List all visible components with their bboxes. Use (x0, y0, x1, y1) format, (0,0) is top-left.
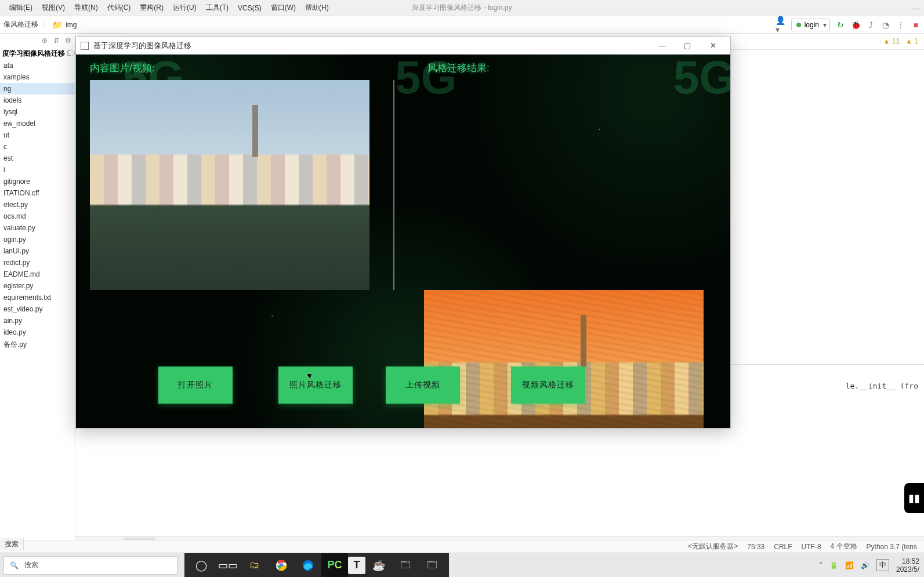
menu-tools[interactable]: 工具(T) (201, 1, 233, 15)
content-image-label: 内容图片/视频: (90, 61, 154, 75)
run-config-label: login (805, 21, 819, 29)
tray-wifi-icon[interactable]: 📶 (845, 561, 854, 569)
photo-style-transfer-button[interactable]: 照片风格迁移 (278, 366, 353, 404)
app-window-icon-2[interactable]: 🗔 (419, 553, 445, 578)
tree-item[interactable]: gitignore (0, 176, 75, 187)
tree-expand-icon[interactable]: ⇵ (53, 37, 59, 45)
tree-item[interactable]: redict.py (0, 257, 75, 268)
menu-edit[interactable]: 编辑(E) (5, 1, 37, 15)
run-icon[interactable]: ↻ (836, 20, 845, 30)
video-style-transfer-button[interactable]: 视频风格迁移 (511, 366, 585, 404)
upload-video-button[interactable]: 上传视频 (386, 366, 460, 404)
more-run-icon[interactable]: ⋮ (896, 20, 905, 30)
task-view-icon[interactable]: ▭▭ (215, 553, 241, 578)
coverage-icon[interactable]: ⤴ (866, 20, 875, 30)
tree-item[interactable]: ITATION.cff (0, 187, 75, 199)
tree-root-name: 度学习图像风格迁移 (2, 49, 65, 57)
status-server[interactable]: <无默认服务器> (688, 542, 738, 551)
tray-chevron-icon[interactable]: ˄ (819, 561, 822, 569)
tray-time: 18:52 (896, 557, 919, 565)
style-transfer-app-window: 基于深度学习的图像风格迁移 — ▢ ✕ 5G 5G 5G 内容图片/视频: 风格… (75, 37, 731, 429)
tree-item[interactable]: etect.py (0, 199, 75, 211)
tree-item[interactable]: xamples (0, 71, 75, 83)
ide-minimize-icon[interactable]: — (912, 3, 921, 13)
add-user-icon[interactable]: 👤▾ (776, 20, 785, 30)
result-image-label: 风格迁移结果: (427, 61, 490, 75)
menu-help[interactable]: 帮助(H) (300, 1, 334, 15)
menu-vcs[interactable]: VCS(S) (233, 2, 266, 14)
tray-volume-icon[interactable]: 🔊 (861, 561, 869, 569)
status-encoding[interactable]: UTF-8 (802, 543, 821, 551)
menu-navigate[interactable]: 导航(N) (70, 1, 103, 15)
tree-item[interactable]: ocs.md (0, 211, 75, 222)
app-titlebar[interactable]: 基于深度学习的图像风格迁移 — ▢ ✕ (76, 37, 730, 55)
tree-root[interactable]: 度学习图像风格迁移 E:\ (0, 48, 75, 60)
text-app-icon[interactable]: T (348, 557, 365, 574)
content-image-display (90, 80, 369, 290)
bg-5g-decoration: 5G (673, 55, 730, 104)
system-tray: ˄ 🔋 📶 🔊 中 18:52 2023/5/ (819, 557, 924, 574)
tree-item[interactable]: ew_model (0, 118, 75, 129)
tree-settings-icon[interactable]: ⚙ (65, 37, 71, 45)
tree-item[interactable]: ata (0, 60, 75, 71)
taskbar-search[interactable]: 🔍 搜索 (3, 556, 177, 575)
profile-icon[interactable]: ◔ (881, 20, 890, 30)
tree-item[interactable]: i (0, 164, 75, 176)
status-indent[interactable]: 4 个空格 (831, 542, 857, 551)
tree-target-icon[interactable]: ⊕ (42, 37, 48, 45)
tree-item[interactable]: iysql (0, 106, 75, 118)
debug-icon[interactable]: 🐞 (851, 20, 860, 30)
start-button[interactable]: ◯ (188, 553, 215, 578)
project-tree[interactable]: ⊕ ⇵ ⚙ 度学习图像风格迁移 E:\ ataxamplesngiodelsiy… (0, 34, 75, 553)
menu-run[interactable]: 运行(U) (168, 1, 201, 15)
breadcrumb-root[interactable]: 像风格迁移 (3, 20, 38, 30)
file-explorer-icon[interactable]: 🗂 (241, 553, 268, 578)
open-photo-button[interactable]: 打开照片 (158, 366, 233, 404)
windows-taskbar: 🔍 搜索 ◯ ▭▭ 🗂 PC T ☕ 🗔 🗔 ˄ 🔋 📶 🔊 中 18:52 2… (0, 553, 924, 577)
tree-item[interactable]: equirements.txt (0, 292, 75, 303)
tree-item[interactable]: valuate.py (0, 222, 75, 234)
menu-code[interactable]: 代码(C) (103, 1, 136, 15)
tree-item[interactable]: est_video.py (0, 303, 75, 315)
tree-item[interactable]: ianUI.py (0, 245, 75, 257)
overlay-play-button[interactable]: ▮▮ (904, 483, 924, 513)
tree-item[interactable]: EADME.md (0, 268, 75, 280)
edge-icon[interactable] (295, 553, 321, 578)
menu-view[interactable]: 视图(V) (37, 1, 70, 15)
left-bottom-search-tab[interactable]: 搜索 (0, 538, 24, 550)
status-line-separator[interactable]: CRLF (774, 543, 792, 551)
stop-icon[interactable]: ■ (911, 20, 921, 30)
app-close-button[interactable]: ✕ (700, 38, 726, 54)
breadcrumb-current[interactable]: img (66, 21, 77, 29)
tree-item[interactable]: ain.py (0, 315, 75, 326)
tray-clock[interactable]: 18:52 2023/5/ (896, 557, 919, 574)
breadcrumb-sep: 〉 (42, 20, 49, 30)
tree-item[interactable]: ng (0, 83, 75, 95)
menu-refactor[interactable]: 重构(R) (135, 1, 168, 15)
app-maximize-button[interactable]: ▢ (675, 38, 700, 54)
app-window-icon[interactable]: 🗔 (392, 553, 419, 578)
tray-battery-icon[interactable]: 🔋 (829, 561, 838, 569)
tree-item[interactable]: est (0, 153, 75, 164)
folder-icon: 📁 (52, 20, 62, 30)
tray-ime[interactable]: 中 (876, 559, 889, 571)
status-cursor-position[interactable]: 75:33 (747, 543, 764, 551)
tree-item[interactable]: c (0, 141, 75, 153)
app-minimize-button[interactable]: — (649, 38, 675, 54)
pycharm-icon[interactable]: PC (321, 553, 348, 578)
tree-item[interactable]: iodels (0, 95, 75, 106)
tree-item[interactable]: ut (0, 129, 75, 141)
status-interpreter[interactable]: Python 3.7 (tens (867, 543, 917, 551)
tree-item[interactable]: ogin.py (0, 234, 75, 245)
warnings-count: ▲ 11 (883, 37, 900, 45)
chrome-icon[interactable] (268, 553, 295, 578)
run-config-selector[interactable]: login (791, 19, 830, 31)
ide-window-title: 深度学习图像风格迁移 - login.py (412, 3, 512, 13)
tree-item[interactable]: ideo.py (0, 326, 75, 338)
tree-item[interactable]: egister.py (0, 280, 75, 292)
java-icon[interactable]: ☕ (365, 553, 392, 578)
menu-window[interactable]: 窗口(W) (266, 1, 300, 15)
app-body: 5G 5G 5G 内容图片/视频: 风格迁移结果: 打开照片 照片风格迁移 上传… (76, 55, 730, 428)
tree-item[interactable]: 备份.py (0, 338, 75, 351)
problems-indicator[interactable]: ▲ 11 ▲ 1 (883, 37, 918, 45)
